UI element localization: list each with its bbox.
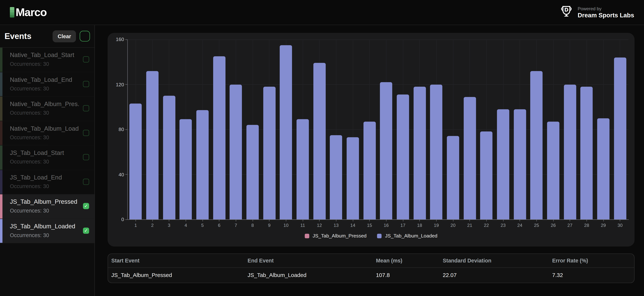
y-axis-label: 0	[108, 216, 124, 222]
event-list-item[interactable]: JS_Tab_Load_StartOccurrences: 30	[0, 146, 94, 170]
chart-legend: JS_Tab_Album_PressedJS_Tab_Album_Loaded	[108, 233, 634, 239]
event-item-body: Native_Tab_Album_Pres...Occurrences: 30	[0, 96, 94, 116]
x-axis-label: 22	[480, 223, 492, 228]
checkbox-unchecked-icon[interactable]	[83, 130, 89, 136]
table-row: JS_Tab_Album_PressedJS_Tab_Album_Loaded1…	[108, 268, 634, 282]
table-header-cell: Start Event	[108, 254, 244, 268]
events-sidebar: Events Clear Native_Tab_Load_StartOccurr…	[0, 25, 95, 296]
event-item-body: JS_Tab_Album_LoadedOccurrences: 30	[0, 219, 94, 238]
legend-label: JS_Tab_Album_Pressed	[312, 233, 366, 239]
x-axis-label: 27	[564, 223, 576, 228]
table-header-cell: Error Rate (%)	[549, 254, 634, 268]
x-axis-label: 16	[380, 223, 392, 228]
event-list-item[interactable]: JS_Tab_Album_PressedOccurrences: 30	[0, 194, 94, 219]
x-axis-label: 28	[581, 223, 592, 228]
x-axis-label: 4	[180, 223, 192, 228]
stats-table-body: JS_Tab_Album_PressedJS_Tab_Album_Loaded1…	[108, 268, 634, 282]
events-sidebar-header: Events Clear	[0, 25, 94, 48]
event-color-stripe	[0, 146, 2, 170]
checkbox-checked-icon[interactable]	[83, 228, 89, 234]
x-axis-label: 20	[447, 223, 459, 228]
event-occurrences: Occurrences: 30	[10, 85, 94, 91]
event-list-item[interactable]: Native_Tab_Load_EndOccurrences: 30	[0, 72, 94, 96]
x-axis-label: 15	[364, 223, 375, 228]
x-axis-label: 18	[414, 223, 426, 228]
x-axis-label: 17	[397, 223, 409, 228]
event-item-body: JS_Tab_Load_EndOccurrences: 30	[0, 170, 94, 189]
legend-swatch-icon	[305, 234, 309, 238]
marco-logo: Marco	[10, 7, 46, 18]
x-axis-label: 6	[213, 223, 225, 228]
clear-button[interactable]: Clear	[53, 30, 76, 42]
legend-entry[interactable]: JS_Tab_Album_Pressed	[305, 233, 367, 239]
event-color-stripe	[0, 194, 2, 218]
legend-label: JS_Tab_Album_Loaded	[385, 233, 437, 239]
event-item-body: JS_Tab_Load_StartOccurrences: 30	[0, 146, 94, 165]
x-axis-label: 3	[163, 223, 175, 228]
table-header-cell: Standard Deviation	[440, 254, 549, 268]
checkbox-unchecked-icon[interactable]	[83, 56, 89, 63]
event-list-item[interactable]: Native_Tab_Album_Load...Occurrences: 30	[0, 121, 94, 146]
x-axis-label: 10	[280, 223, 292, 228]
event-name: JS_Tab_Load_Start	[10, 149, 79, 156]
table-header-cell: End Event	[244, 254, 373, 268]
powered-by-label: Powered by	[578, 6, 634, 11]
event-name: Native_Tab_Load_End	[10, 76, 79, 83]
event-list: Native_Tab_Load_StartOccurrences: 30Nati…	[0, 48, 94, 243]
x-axis-label: 19	[431, 223, 442, 228]
stats-table: Start EventEnd EventMean (ms)Standard De…	[108, 254, 634, 283]
event-item-body: Native_Tab_Load_StartOccurrences: 30	[0, 48, 94, 67]
x-axis-label: 14	[347, 223, 358, 228]
select-all-checkbox[interactable]	[80, 31, 90, 42]
event-list-item[interactable]: Native_Tab_Album_Pres...Occurrences: 30	[0, 96, 94, 121]
y-axis-label: 160	[108, 36, 124, 42]
event-list-item[interactable]: JS_Tab_Load_EndOccurrences: 30	[0, 170, 94, 194]
checkbox-unchecked-icon[interactable]	[83, 81, 89, 87]
x-axis-label: 9	[264, 223, 275, 228]
event-occurrences: Occurrences: 30	[10, 110, 94, 116]
x-axis-label: 30	[614, 223, 626, 228]
x-axis-label: 13	[330, 223, 342, 228]
y-axis-label: 80	[108, 126, 124, 132]
x-axis-label: 8	[247, 223, 258, 228]
legend-entry[interactable]: JS_Tab_Album_Loaded	[377, 233, 437, 239]
event-name: Native_Tab_Album_Pres...	[10, 100, 79, 108]
y-axis-tick	[125, 174, 127, 175]
x-axis-label: 5	[197, 223, 208, 228]
event-name: Native_Tab_Load_Start	[10, 52, 79, 59]
y-axis-tick	[125, 39, 127, 40]
event-list-item[interactable]: JS_Tab_Album_LoadedOccurrences: 30	[0, 219, 94, 243]
checkbox-unchecked-icon[interactable]	[83, 154, 89, 160]
x-axis-label: 21	[464, 223, 476, 228]
x-axis-label: 26	[548, 223, 559, 228]
event-item-body: JS_Tab_Album_PressedOccurrences: 30	[0, 194, 94, 214]
plot-axes	[127, 40, 629, 220]
event-occurrences: Occurrences: 30	[10, 232, 94, 238]
event-color-stripe	[0, 219, 2, 243]
event-item-body: Native_Tab_Load_EndOccurrences: 30	[0, 72, 94, 92]
event-occurrences: Occurrences: 30	[10, 134, 94, 140]
top-navbar: Marco D Powered by Dream Sports Labs	[0, 0, 644, 25]
y-axis-label: 40	[108, 172, 124, 177]
event-name: Native_Tab_Album_Load...	[10, 125, 79, 132]
event-list-item[interactable]: Native_Tab_Load_StartOccurrences: 30	[0, 48, 94, 72]
event-item-body: Native_Tab_Album_Load...Occurrences: 30	[0, 121, 94, 140]
y-axis-tick	[125, 129, 127, 130]
event-name: JS_Tab_Album_Loaded	[10, 222, 79, 230]
event-color-stripe	[0, 72, 2, 96]
event-color-stripe	[0, 170, 2, 194]
trophy-icon: D	[560, 4, 574, 20]
checkbox-unchecked-icon[interactable]	[83, 105, 89, 112]
table-cell: 107.8	[373, 268, 440, 282]
x-axis-label: 7	[230, 223, 242, 228]
table-cell: JS_Tab_Album_Pressed	[108, 268, 244, 282]
checkbox-checked-icon[interactable]	[83, 203, 89, 209]
chart-panel: 0408012016012345678910111213141516171819…	[108, 33, 634, 246]
x-axis-label: 29	[598, 223, 609, 228]
x-axis-label: 24	[514, 223, 526, 228]
svg-text:D: D	[564, 7, 568, 13]
x-axis-label: 11	[297, 223, 308, 228]
checkbox-unchecked-icon[interactable]	[83, 178, 89, 185]
app-screen: Marco D Powered by Dream Sports Labs	[0, 0, 644, 296]
x-axis-label: 2	[147, 223, 158, 228]
